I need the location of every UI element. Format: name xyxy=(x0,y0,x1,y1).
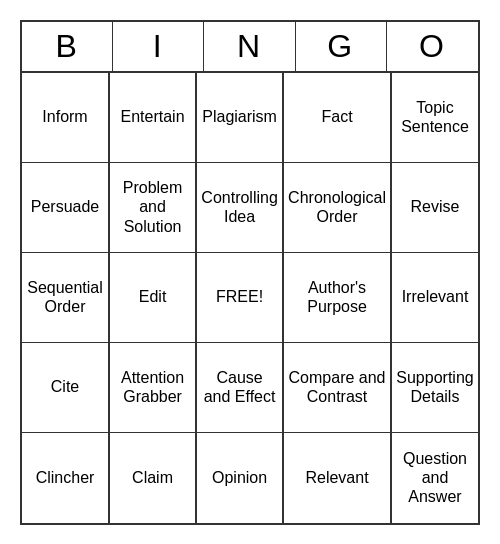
header-letter: G xyxy=(296,22,387,71)
bingo-cell-13: Author's Purpose xyxy=(283,253,391,343)
bingo-cell-17: Cause and Effect xyxy=(196,343,283,433)
bingo-cell-3: Fact xyxy=(283,73,391,163)
bingo-cell-20: Clincher xyxy=(22,433,109,523)
bingo-cell-19: Supporting Details xyxy=(391,343,478,433)
bingo-card: BINGO InformEntertainPlagiarismFactTopic… xyxy=(20,20,480,525)
bingo-cell-10: Sequential Order xyxy=(22,253,109,343)
bingo-header: BINGO xyxy=(22,22,478,73)
bingo-cell-8: Chronological Order xyxy=(283,163,391,253)
bingo-cell-11: Edit xyxy=(109,253,196,343)
bingo-cell-0: Inform xyxy=(22,73,109,163)
bingo-cell-9: Revise xyxy=(391,163,478,253)
bingo-cell-6: Problem and Solution xyxy=(109,163,196,253)
bingo-grid: InformEntertainPlagiarismFactTopic Sente… xyxy=(22,73,478,523)
bingo-cell-5: Persuade xyxy=(22,163,109,253)
bingo-cell-12: FREE! xyxy=(196,253,283,343)
bingo-cell-14: Irrelevant xyxy=(391,253,478,343)
header-letter: B xyxy=(22,22,113,71)
bingo-cell-23: Relevant xyxy=(283,433,391,523)
bingo-cell-18: Compare and Contrast xyxy=(283,343,391,433)
header-letter: N xyxy=(204,22,295,71)
bingo-cell-1: Entertain xyxy=(109,73,196,163)
header-letter: O xyxy=(387,22,478,71)
bingo-cell-21: Claim xyxy=(109,433,196,523)
header-letter: I xyxy=(113,22,204,71)
bingo-cell-24: Question and Answer xyxy=(391,433,478,523)
bingo-cell-22: Opinion xyxy=(196,433,283,523)
bingo-cell-2: Plagiarism xyxy=(196,73,283,163)
bingo-cell-7: Controlling Idea xyxy=(196,163,283,253)
bingo-cell-16: Attention Grabber xyxy=(109,343,196,433)
bingo-cell-4: Topic Sentence xyxy=(391,73,478,163)
bingo-cell-15: Cite xyxy=(22,343,109,433)
